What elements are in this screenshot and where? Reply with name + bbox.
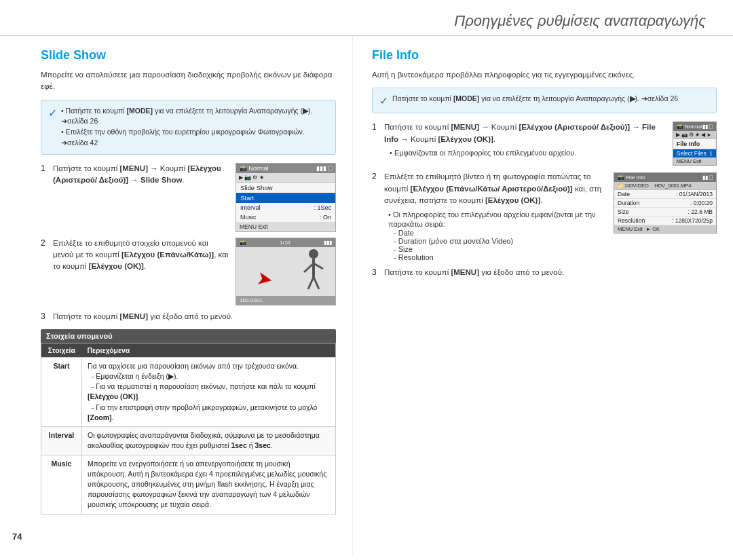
cam-header: 📸 1/10 ▮▮▮ — [236, 238, 335, 247]
note-icon: ✓ — [48, 107, 57, 119]
fi-step-2-row: Επιλέξτε το επιθυμητό βίντεο ή τη φωτογρ… — [384, 171, 717, 261]
fi-detail-header: 📸 File Info ▮▮ ⎕ — [614, 173, 716, 182]
row-interval-item: Interval — [41, 427, 82, 455]
slideshow-steps: 1 Πατήστε το κουμπί [MENU] → Κουμπί [Ελέ… — [41, 163, 336, 322]
step-2-text: Επιλέξτε το επιθυμητό στοιχείο υπομενού … — [53, 238, 230, 273]
red-arrow: ➤ — [255, 266, 274, 291]
cam-icon: 📸 — [240, 240, 246, 246]
svg-line-4 — [308, 277, 314, 289]
fi-mock1-icons: ▮▮ ⎕ — [702, 124, 713, 130]
step-2: 2 Επιλέξτε το επιθυμητό στοιχείο υπομενο… — [41, 238, 336, 305]
fi-detail-ok: ► OK — [646, 226, 660, 232]
fi-exit-label: MENU Exit — [677, 158, 702, 164]
fi-duration-label: Duration — [618, 200, 639, 206]
fi-mock1-camera: 📸 Normal — [677, 124, 702, 130]
fi-step-3-num: 3 — [372, 267, 380, 277]
fi-step-2-bullets: • Οι πληροφορίες του επιλεγμένου αρχείου… — [388, 210, 608, 261]
page: Προηγμένες ρυθμίσεις αναπαραγωγής Slide … — [0, 0, 733, 560]
interval-label: Interval — [240, 204, 261, 211]
page-number: 74 — [12, 531, 22, 542]
fi-mock1-header: 📸 Normal ▮▮ ⎕ — [673, 122, 716, 131]
fi-toolbar-icons: ▶ 📷 ⚙ ★ ◀ ► — [676, 132, 712, 138]
fi-resolution-value: : 1280X720/25p — [672, 217, 713, 224]
fi-mock1-toolbar: ▶ 📷 ⚙ ★ ◀ ► — [673, 131, 716, 139]
right-column: File Info Αυτή η βιντεοκάμερα προβάλλει … — [353, 36, 733, 555]
fileinfo-title: File Info — [372, 48, 717, 62]
cam-footer-label: 100-0001 — [240, 297, 263, 303]
note-line-1: • Πατήστε το κουμπί [MODE] για να επιλέξ… — [61, 107, 313, 126]
fi-date-value: : 01/JAN/2013 — [676, 191, 713, 198]
fileinfo-detail-mockup: 📸 File Info ▮▮ ⎕ 📁 100VIDEO HDV_0001.MP4… — [614, 172, 717, 234]
page-header: Προηγμένες ρυθμίσεις αναπαραγωγής — [0, 0, 733, 36]
fi-step-1-text: Πατήστε το κουμπί [MENU] → Κουμπί [Ελέγχ… — [384, 122, 667, 145]
interval-value: : 1Sec — [314, 204, 331, 211]
fi-detail-path: 📁 100VIDEO HDV_0001.MP4 — [617, 183, 691, 189]
step-1-num: 1 — [41, 164, 49, 173]
fi-detail-duration-row: Duration : 0:00:20 — [614, 199, 716, 208]
music-value: : On — [320, 214, 331, 221]
menu-exit-label: MENU Exit — [240, 223, 268, 230]
row-start-content: Για να αρχίσετε μια παρουσίαση εικόνων α… — [82, 357, 336, 426]
fi-detail-toolbar: 📁 100VIDEO HDV_0001.MP4 — [614, 182, 716, 190]
menu-item-interval: Interval : 1Sec — [236, 203, 335, 212]
fileinfo-mockup-1: 📸 Normal ▮▮ ⎕ ▶ 📷 ⚙ ★ ◀ ► File Info Sele… — [673, 122, 717, 166]
step-1-text: Πατήστε το κουμπί [MENU] → Κουμπί [Ελέγχ… — [53, 163, 230, 187]
step-2-text-block: Επιλέξτε το επιθυμητό στοιχείο υπομενού … — [53, 238, 230, 273]
fileinfo-note-line: Πατήστε το κουμπί [MODE] για να επιλέξετ… — [392, 94, 678, 102]
fileinfo-note-text: Πατήστε το κουμπί [MODE] για να επιλέξετ… — [392, 94, 678, 105]
menu-item-start[interactable]: Start — [236, 193, 335, 203]
slideshow-title: Slide Show — [41, 48, 336, 62]
fi-step-1-bullet: • Εμφανίζονται οι πληροφορίες του επιλεγ… — [390, 148, 667, 157]
mockup-header-icons: ▮▮▮ ⎕ — [316, 165, 332, 172]
fileinfo-intro: Αυτή η βιντεοκάμερα προβάλλει πληροφορίε… — [372, 69, 717, 81]
fi-size-value: : 22.6 MB — [688, 208, 713, 215]
fi-size-label: Size — [618, 208, 629, 215]
row-interval-content: Οι φωτογραφίες αναπαράγονται διαδοχικά, … — [82, 427, 336, 455]
fi-step-2: 2 Επιλέξτε το επιθυμητό βίντεο ή τη φωτο… — [372, 171, 717, 261]
fi-step-3-text: Πατήστε το κουμπί [MENU] για έξοδο από τ… — [384, 267, 717, 278]
mockup-header-label: 📸 Normal — [240, 165, 269, 172]
row-start-item: Start — [41, 357, 82, 426]
left-column: Slide Show Μπορείτε να απολαύσετε μια πα… — [0, 36, 353, 555]
fi-mock1-select-files: Select Files 1 — [673, 149, 716, 157]
fi-detail-date-row: Date : 01/JAN/2013 — [614, 190, 716, 199]
table-row: Music Μπορείτε να ενεργοποιήσετε ή να απ… — [41, 455, 336, 514]
fi-mock1-footer: MENU Exit — [673, 157, 716, 165]
step-2-num: 2 — [41, 238, 49, 248]
col-header-content: Περιεχόμενα — [82, 343, 336, 357]
fileinfo-steps: 1 Πατήστε το κουμπί [MENU] → Κουμπί [Ελέ… — [372, 122, 717, 278]
fi-detail-exit: MENU Exit — [618, 226, 643, 232]
svg-line-3 — [314, 263, 323, 269]
menu-item-slideshow[interactable]: Slide Show — [236, 183, 335, 193]
fi-detail-icons: ▮▮ ⎕ — [702, 174, 713, 181]
cam-footer: 100-0001 — [236, 296, 335, 305]
fileinfo-note-box: ✓ Πατήστε το κουμπί [MODE] για να επιλέξ… — [372, 88, 717, 113]
content-area: Slide Show Μπορείτε να απολαύσετε μια πα… — [0, 36, 733, 555]
submenu-table: Στοιχεία Περιεχόμενα Start Για να αρχίσε… — [41, 343, 336, 515]
cam-counter: 1/10 — [280, 240, 290, 246]
step-1-content-row: Πατήστε το κουμπί [MENU] → Κουμπί [Ελέγχ… — [53, 163, 336, 232]
row-music-item: Music — [41, 455, 82, 514]
silhouette-figure — [293, 248, 327, 293]
fi-step-2-num: 2 — [372, 172, 380, 181]
fi-step-1-num: 1 — [372, 122, 380, 132]
music-label: Music — [240, 214, 257, 221]
table-row: Interval Οι φωτογραφίες αναπαράγονται δι… — [41, 427, 336, 455]
mockup-footer: MENU Exit — [236, 222, 335, 231]
step-3: 3 Πατήστε το κουμπί [MENU] για έξοδο από… — [41, 311, 336, 322]
slideshow-note-box: ✓ • Πατήστε το κουμπί [MODE] για να επιλ… — [41, 100, 336, 155]
camera-preview: 📸 1/10 ▮▮▮ — [236, 238, 336, 305]
fi-detail-size-row: Size : 22.6 MB — [614, 208, 716, 217]
fi-step-1: 1 Πατήστε το κουμπί [MENU] → Κουμπί [Ελέ… — [372, 122, 717, 166]
cam-battery: ▮▮▮ — [324, 240, 332, 246]
step-1: 1 Πατήστε το κουμπί [MENU] → Κουμπί [Ελέ… — [41, 163, 336, 232]
svg-point-0 — [309, 249, 318, 259]
fi-duration-value: : 0:00:20 — [690, 200, 713, 206]
step-2-content-row: Επιλέξτε το επιθυμητό στοιχείο υπομενού … — [53, 238, 336, 305]
submenu-section: Στοιχεία υπομενού Στοιχεία Περιεχόμενα S… — [41, 329, 336, 515]
fi-step-1-text-block: Πατήστε το κουμπί [MENU] → Κουμπί [Ελέγχ… — [384, 122, 667, 157]
toolbar-icons: ▶ 📷 ⚙ ★ — [239, 174, 264, 181]
step-3-text: Πατήστε το κουμπί [MENU] για έξοδο από τ… — [53, 311, 336, 322]
svg-line-2 — [304, 263, 314, 272]
fi-resolution-label: Resolution — [618, 217, 645, 224]
